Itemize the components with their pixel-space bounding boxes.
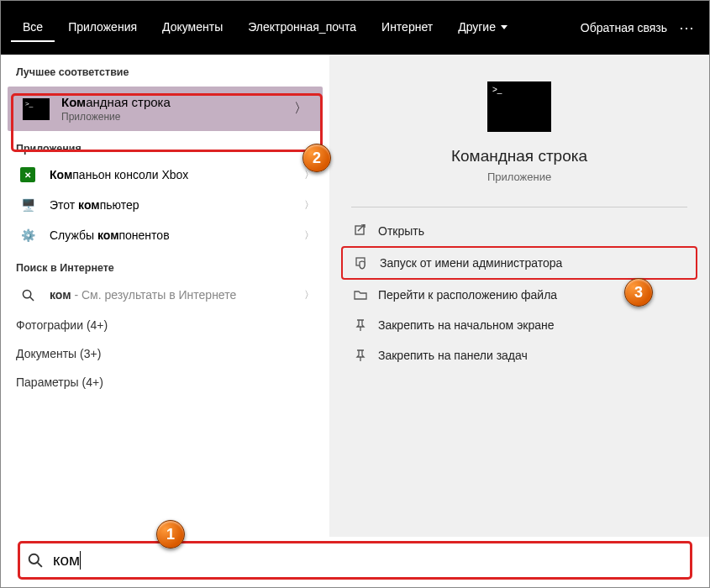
result-web-search[interactable]: ком - См. результаты в Интернете 〉	[1, 279, 329, 311]
action-pin-taskbar[interactable]: Закрепить на панели задач	[341, 340, 697, 370]
chevron-right-icon[interactable]: 〉	[304, 198, 314, 213]
section-best-header: Лучшее соответствие	[1, 58, 329, 83]
results-panel: Лучшее соответствие >_ Командная строка …	[1, 55, 329, 537]
chevron-right-icon[interactable]: 〉	[304, 228, 314, 243]
svg-point-0	[23, 290, 30, 297]
search-icon	[16, 286, 39, 303]
open-icon	[353, 223, 368, 239]
preview-title: Командная строка	[329, 147, 709, 165]
preview-cmd-icon: >_	[487, 81, 551, 132]
pc-icon: 🖥️	[16, 197, 39, 213]
action-open-location-label: Перейти к расположению файла	[378, 288, 557, 302]
preview-subtitle: Приложение	[329, 171, 709, 183]
feedback-link[interactable]: Обратная связь	[581, 21, 667, 34]
action-pin-start[interactable]: Закрепить на начальном экране	[341, 310, 697, 340]
action-run-as-admin-label: Запуск от имени администратора	[380, 256, 562, 270]
pin-icon	[353, 318, 368, 333]
tab-other-label: Другие	[458, 20, 496, 34]
cmd-icon: >_	[23, 98, 50, 120]
more-options-icon[interactable]: ⋯	[676, 18, 699, 37]
tab-all[interactable]: Все	[11, 13, 55, 42]
top-bar: Все Приложения Документы Электронная_поч…	[1, 1, 709, 55]
chevron-right-icon[interactable]: 〉	[294, 100, 308, 118]
annotation-badge-2: 2	[302, 144, 331, 172]
tab-apps[interactable]: Приложения	[56, 13, 149, 42]
section-web-header: Поиск в Интернете	[1, 250, 329, 279]
annotation-badge-1: 1	[156, 520, 185, 549]
best-match-title: Командная строка	[61, 95, 294, 109]
tab-email[interactable]: Электронная_почта	[236, 13, 368, 42]
best-match-subtitle: Приложение	[61, 111, 294, 123]
filter-tabs: Все Приложения Документы Электронная_поч…	[11, 13, 581, 42]
category-settings[interactable]: Параметры (4+)	[1, 368, 329, 396]
category-documents[interactable]: Документы (3+)	[1, 339, 329, 368]
tab-other[interactable]: Другие	[446, 13, 519, 42]
services-icon: ⚙️	[16, 227, 39, 244]
pin-icon	[353, 348, 368, 363]
category-photos[interactable]: Фотографии (4+)	[1, 311, 329, 339]
chevron-right-icon[interactable]: 〉	[304, 288, 314, 302]
tab-internet[interactable]: Интернет	[370, 13, 444, 42]
divider	[351, 207, 687, 207]
result-component-services[interactable]: ⚙️ Службы компонентов 〉	[1, 220, 329, 250]
result-this-pc[interactable]: 🖥️ Этот компьютер 〉	[1, 190, 329, 220]
action-pin-start-label: Закрепить на начальном экране	[378, 318, 555, 332]
svg-rect-2	[355, 226, 364, 234]
section-apps-header: Приложения	[1, 131, 329, 160]
svg-line-1	[29, 297, 33, 300]
action-open-label: Открыть	[378, 224, 424, 238]
result-xbox-companion[interactable]: ✕ Компаньон консоли Xbox 〉	[1, 160, 329, 190]
action-pin-taskbar-label: Закрепить на панели задач	[378, 349, 528, 362]
xbox-icon: ✕	[16, 166, 39, 183]
annotation-badge-3: 3	[624, 278, 653, 307]
tab-docs[interactable]: Документы	[150, 13, 234, 42]
chevron-down-icon	[501, 25, 508, 29]
action-open[interactable]: Открыть	[341, 216, 697, 246]
best-match-result[interactable]: >_ Командная строка Приложение 〉	[8, 87, 323, 131]
action-run-as-admin[interactable]: Запуск от имени администратора	[341, 246, 697, 280]
shield-icon	[355, 255, 370, 270]
search-bar[interactable]: ком	[19, 543, 691, 578]
folder-icon	[353, 287, 368, 302]
